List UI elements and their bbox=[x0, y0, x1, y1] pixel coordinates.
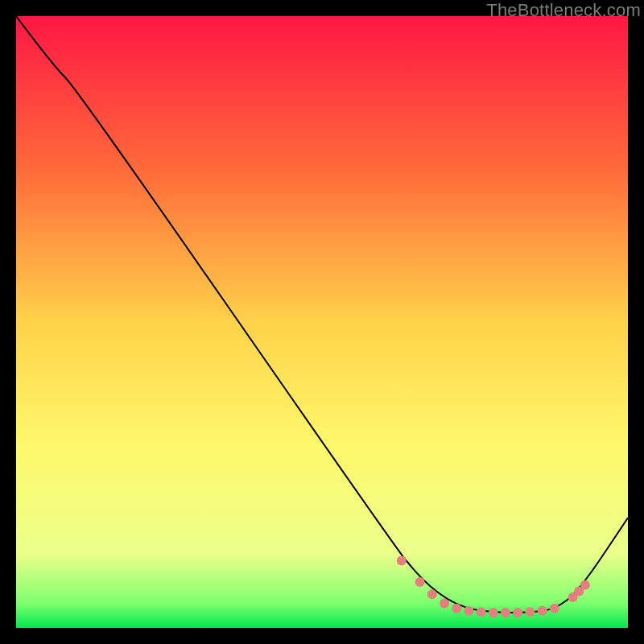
chart-svg bbox=[16, 16, 628, 628]
marker-dot bbox=[580, 580, 590, 590]
chart-frame bbox=[16, 16, 628, 628]
marker-dot bbox=[427, 589, 437, 599]
marker-dot bbox=[525, 607, 535, 617]
marker-dot bbox=[415, 577, 425, 587]
marker-dot bbox=[538, 606, 547, 616]
chart-background bbox=[16, 16, 628, 628]
marker-dot bbox=[440, 599, 449, 609]
marker-dot bbox=[550, 604, 559, 613]
marker-dot bbox=[513, 608, 522, 617]
marker-dot bbox=[464, 606, 473, 616]
marker-dot bbox=[477, 607, 486, 617]
marker-dot bbox=[489, 608, 498, 617]
marker-dot bbox=[397, 555, 407, 565]
marker-dot bbox=[501, 608, 510, 617]
marker-dot bbox=[452, 604, 461, 613]
chart-plot bbox=[16, 16, 628, 628]
watermark-text: TheBottleneck.com bbox=[486, 0, 641, 21]
